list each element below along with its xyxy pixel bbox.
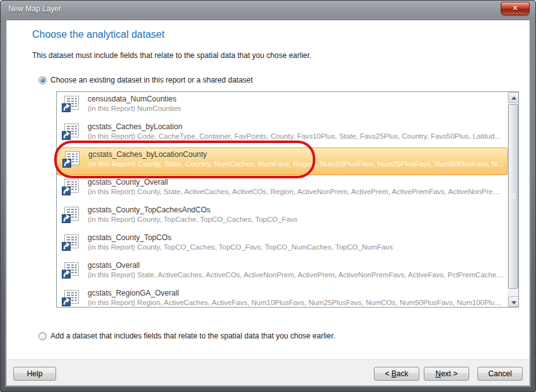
dataset-text: gcstats_Caches_byLocation (in this Repor…: [88, 122, 505, 141]
dataset-list-item[interactable]: gcstats_Caches_byLocation (in this Repor…: [57, 120, 508, 147]
dataset-name: gcstats_RegionGA_Overall: [88, 289, 505, 298]
dataset-icon: [61, 123, 80, 142]
dataset-list-item[interactable]: gcstats_RegionGA_Overall (in this Report…: [57, 286, 508, 307]
dialog-main: Choose the analytical dataset This datas…: [6, 20, 530, 359]
next-button[interactable]: Next >: [424, 367, 469, 381]
dataset-icon: [62, 151, 81, 170]
dataset-list-item[interactable]: gcstats_Caches_byLocationCounty (in this…: [57, 147, 508, 175]
dataset-fields: (in this Report) County, State, Country,…: [88, 159, 504, 168]
close-button[interactable]: ✕: [501, 2, 530, 15]
radio-existing-label: Choose an existing dataset in this repor…: [50, 76, 253, 84]
dataset-icon: [61, 178, 80, 197]
dataset-icon: [61, 95, 80, 114]
cancel-button[interactable]: Cancel: [477, 367, 523, 381]
dataset-fields: (in this Report) County, State, ActiveCa…: [88, 187, 505, 196]
dataset-icon: [61, 206, 80, 225]
dataset-name: gcstats_County_Overall: [88, 178, 505, 187]
radio-existing-dataset[interactable]: [38, 76, 47, 84]
scrollbar[interactable]: [508, 92, 518, 307]
new-map-layer-dialog: New Map Layer ✕ Choose the analytical da…: [0, 0, 536, 392]
dataset-text: gcstats_County_Overall (in this Report) …: [88, 178, 505, 196]
dataset-fields: (in this Report) County, TopCache, TopCO…: [88, 215, 298, 224]
close-icon: ✕: [512, 4, 518, 13]
button-bar: Help < Back Next > Cancel: [6, 359, 530, 386]
radio-add-dataset[interactable]: [38, 332, 47, 340]
dataset-name: censusdata_NumCounties: [88, 95, 181, 104]
dataset-list: censusdata_NumCounties (in this Report) …: [56, 91, 519, 308]
dataset-fields: (in this Report) Code, CacheType, Contai…: [88, 132, 505, 141]
dataset-list-item[interactable]: gcstats_County_TopCachesAndCOs (in this …: [57, 203, 508, 231]
dataset-text: gcstats_County_TopCOs (in this Report) C…: [88, 233, 393, 251]
scroll-up-icon[interactable]: [508, 92, 519, 103]
dataset-text: gcstats_RegionGA_Overall (in this Report…: [88, 289, 505, 307]
dataset-items: censusdata_NumCounties (in this Report) …: [57, 92, 508, 307]
dataset-text: gcstats_Overall (in this Report) State, …: [88, 261, 505, 279]
dataset-list-item[interactable]: censusdata_NumCounties (in this Report) …: [57, 92, 508, 120]
option-existing-dataset[interactable]: Choose an existing dataset in this repor…: [38, 76, 253, 84]
help-button[interactable]: Help: [13, 367, 56, 381]
dataset-list-item[interactable]: gcstats_County_Overall (in this Report) …: [57, 175, 508, 203]
dataset-name: gcstats_Overall: [88, 261, 505, 270]
dataset-text: gcstats_Caches_byLocationCounty (in this…: [88, 150, 504, 168]
dataset-name: gcstats_County_TopCOs: [88, 233, 393, 243]
back-label-rest: ack: [397, 369, 409, 378]
dataset-name: gcstats_County_TopCachesAndCOs: [88, 205, 298, 215]
back-button[interactable]: < Back: [374, 367, 419, 381]
scrollbar-thumb[interactable]: [508, 104, 518, 289]
dataset-list-item[interactable]: gcstats_Overall (in this Report) State, …: [57, 258, 508, 286]
scroll-down-icon[interactable]: [508, 296, 519, 307]
dataset-fields: (in this Report) State, ActiveCaches, Ac…: [88, 270, 505, 279]
next-label-rest: ext >: [441, 369, 457, 378]
option-add-dataset[interactable]: Add a dataset that includes fields that …: [38, 331, 335, 340]
page-subtitle: This dataset must include fields that re…: [32, 51, 312, 60]
window-title: New Map Layer: [8, 1, 61, 18]
radio-add-label: Add a dataset that includes fields that …: [50, 331, 335, 340]
dataset-list-item[interactable]: gcstats_County_TopCOs (in this Report) C…: [57, 231, 508, 258]
back-label: <: [385, 369, 391, 378]
dialog-content: Choose the analytical dataset This datas…: [6, 20, 530, 386]
dataset-text: gcstats_County_TopCachesAndCOs (in this …: [88, 205, 298, 224]
dataset-fields: (in this Report) Region, ActiveCaches, A…: [88, 298, 505, 307]
page-title: Choose the analytical dataset: [32, 29, 165, 40]
scrollbar-grip-icon: [511, 193, 516, 199]
dataset-icon: [61, 262, 80, 280]
dataset-fields: (in this Report) County, TopCO_Caches, T…: [88, 243, 393, 251]
dataset-fields: (in this Report) NumCounties: [88, 104, 181, 113]
dataset-icon: [61, 289, 80, 307]
dataset-name: gcstats_Caches_byLocation: [88, 122, 505, 132]
dataset-icon: [61, 234, 80, 253]
dataset-text: censusdata_NumCounties (in this Report) …: [88, 95, 181, 113]
back-accel: B: [392, 369, 397, 378]
titlebar[interactable]: New Map Layer ✕: [1, 1, 535, 20]
next-accel: N: [435, 369, 441, 378]
dataset-name: gcstats_Caches_byLocationCounty: [88, 150, 504, 159]
